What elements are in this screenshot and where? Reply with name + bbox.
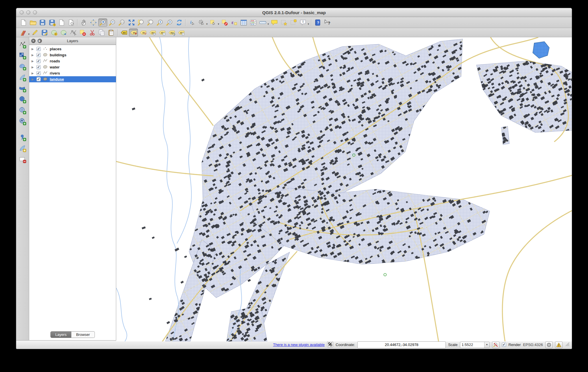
layer-visibility-checkbox[interactable]: ✓ (36, 77, 41, 81)
highlight-pinned-labels-button[interactable]: ab (138, 29, 147, 37)
pan-map-button[interactable] (79, 18, 88, 27)
add-feature-button[interactable] (49, 29, 58, 37)
whats-this-button[interactable]: ? (323, 18, 332, 27)
panel-tabs: Layers Browser (50, 331, 95, 338)
layer-visibility-checkbox[interactable]: ✓ (36, 71, 41, 75)
layer-row-buildings[interactable]: ▶✓buildings (29, 52, 116, 58)
scale-combobox[interactable]: 1:5522 ▼ (460, 342, 490, 348)
open-project-button[interactable] (28, 18, 37, 27)
rotate-label-button[interactable]: abc (167, 29, 176, 37)
toolbar-separator (185, 19, 186, 26)
layer-labeling-options-button[interactable]: abc (119, 29, 128, 37)
new-plugin-link[interactable]: There is a new plugin available (273, 343, 325, 347)
dropdown-arrow-icon[interactable]: ▾ (218, 23, 219, 25)
layer-row-roads[interactable]: ▶✓roads (29, 58, 116, 64)
render-checkbox[interactable]: ✓ (502, 343, 506, 347)
zoom-next-button[interactable] (165, 18, 174, 27)
layer-visibility-checkbox[interactable]: ✓ (36, 47, 41, 51)
zoom-full-button[interactable] (127, 18, 136, 27)
layer-row-places[interactable]: ▶✓places (29, 46, 116, 52)
expand-arrow-icon[interactable]: ▶ (32, 78, 34, 81)
text-annotation-button[interactable]: T▾ (298, 18, 307, 27)
crs-status-button[interactable] (545, 341, 553, 348)
layer-name: buildings (50, 53, 66, 57)
open-attribute-table-button[interactable] (239, 18, 248, 27)
cut-features-button[interactable] (88, 29, 97, 37)
tab-layers[interactable]: Layers (50, 331, 71, 338)
refresh-map-button[interactable] (175, 18, 184, 27)
zoom-in-button[interactable] (98, 18, 107, 27)
add-postgis-layer-button[interactable] (18, 62, 27, 71)
zoom-out-button[interactable] (108, 18, 117, 27)
identify-features-button[interactable]: i (187, 18, 196, 27)
paste-features-button[interactable] (107, 29, 116, 37)
expand-arrow-icon[interactable]: ▶ (32, 72, 34, 75)
plugin-icon[interactable] (327, 341, 333, 348)
add-delimited-text-layer-button[interactable] (18, 133, 27, 142)
scale-dropdown-icon[interactable]: ▼ (484, 342, 489, 348)
layer-visibility-checkbox[interactable]: ✓ (36, 53, 41, 57)
scale-value[interactable]: 1:5522 (460, 343, 484, 347)
resize-grip[interactable] (565, 342, 569, 347)
dropdown-arrow-icon[interactable]: ▾ (28, 33, 29, 36)
pin-unpin-labels-button[interactable]: ab (129, 29, 138, 37)
new-spatialite-layer-button[interactable] (18, 144, 27, 153)
select-by-expression-button[interactable]: ε (230, 18, 238, 27)
new-print-composer-button[interactable] (57, 18, 66, 27)
save-project-button[interactable] (38, 18, 47, 27)
map-canvas[interactable] (116, 37, 572, 340)
add-spatialite-layer-button[interactable] (18, 73, 27, 82)
show-hide-labels-button[interactable]: abc (148, 29, 157, 37)
zoom-last-button[interactable] (156, 18, 164, 27)
copy-features-button[interactable] (97, 29, 106, 37)
add-wfs-layer-button[interactable] (18, 117, 27, 126)
dropdown-arrow-icon[interactable]: ▾ (267, 23, 269, 25)
layer-row-water[interactable]: ▶✓water (29, 64, 116, 70)
move-label-button[interactable]: abc (158, 29, 167, 37)
zoom-to-layer-button[interactable] (146, 18, 155, 27)
dropdown-arrow-icon[interactable]: ▾ (206, 23, 208, 25)
run-feature-action-button[interactable]: ▾ (197, 18, 206, 27)
measure-button[interactable]: ▾ (258, 18, 267, 27)
zoom-to-selection-button[interactable] (136, 18, 145, 27)
current-edits-button[interactable]: ▾ (19, 29, 28, 37)
add-wms-layer-button[interactable] (18, 95, 27, 104)
tab-browser[interactable]: Browser (71, 331, 95, 338)
select-features-button[interactable]: ▾ (208, 18, 217, 27)
help-contents-button[interactable]: ? (313, 18, 322, 27)
dropdown-arrow-icon[interactable]: ▾ (308, 23, 309, 25)
save-layer-edits-button[interactable] (40, 29, 49, 37)
node-tool-button[interactable] (69, 29, 77, 37)
pan-map-to-selection-button[interactable] (89, 18, 98, 27)
layer-row-landuse[interactable]: ▶✓landuse (29, 76, 116, 82)
layer-visibility-checkbox[interactable]: ✓ (36, 59, 41, 63)
expand-arrow-icon[interactable]: ▶ (32, 66, 34, 69)
remove-layer-button[interactable] (18, 155, 27, 164)
change-label-properties-button[interactable]: abc (177, 29, 186, 37)
expand-arrow-icon[interactable]: ▶ (32, 59, 34, 63)
stop-render-button[interactable] (492, 341, 500, 348)
save-project-as-button[interactable] (47, 18, 56, 27)
show-bookmarks-button[interactable] (289, 18, 298, 27)
coordinate-input[interactable] (357, 341, 446, 348)
toggle-editing-button[interactable] (30, 29, 39, 37)
messages-button[interactable] (555, 341, 563, 348)
expand-arrow-icon[interactable]: ▶ (32, 53, 34, 57)
map-tips-button[interactable] (270, 18, 279, 27)
add-raster-layer-button[interactable] (18, 51, 27, 60)
zoom-native-button[interactable]: 1:1 (117, 18, 126, 27)
map-svg[interactable] (116, 37, 572, 341)
new-bookmark-button[interactable] (279, 18, 288, 27)
deselect-features-button[interactable] (220, 18, 229, 27)
move-feature-button[interactable] (59, 29, 68, 37)
field-calculator-button[interactable] (249, 18, 258, 27)
add-vector-layer-button[interactable] (18, 40, 27, 49)
delete-selected-button[interactable] (78, 29, 87, 37)
new-project-button[interactable] (19, 18, 28, 27)
expand-arrow-icon[interactable]: ▶ (32, 47, 34, 51)
add-wcs-layer-button[interactable] (18, 106, 27, 115)
composer-manager-button[interactable] (66, 18, 75, 27)
add-mssql-layer-button[interactable] (18, 84, 27, 93)
layer-visibility-checkbox[interactable]: ✓ (36, 65, 41, 69)
layer-row-rivers[interactable]: ▶✓rivers (29, 70, 116, 76)
